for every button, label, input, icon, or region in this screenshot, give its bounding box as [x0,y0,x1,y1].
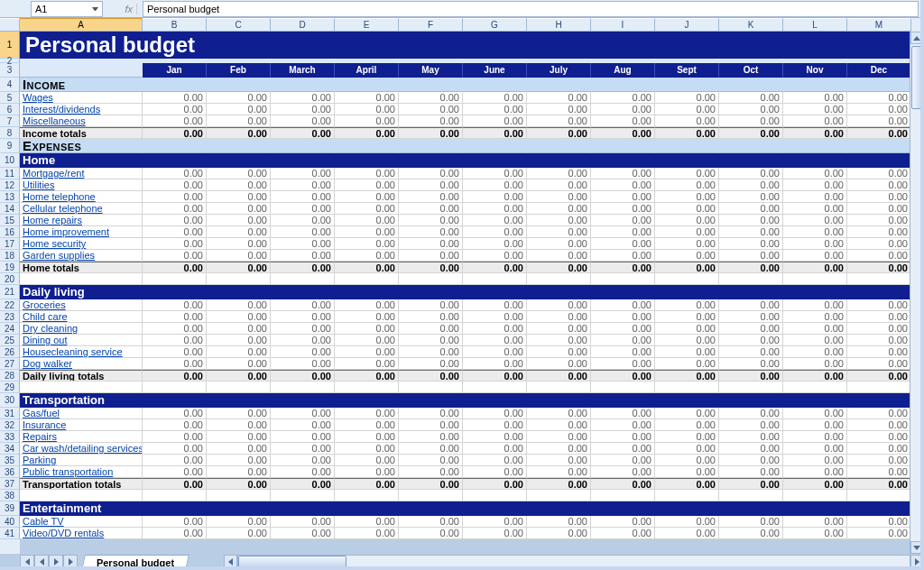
value-cell[interactable]: 0.00 [335,528,399,539]
value-cell[interactable]: 0.00 [271,431,335,443]
value-cell[interactable]: 0.00 [399,455,463,466]
value-cell[interactable]: 0.00 [655,215,719,226]
value-cell[interactable]: 0.00 [655,238,719,250]
cell[interactable] [655,393,719,408]
value-cell[interactable]: 0.00 [463,215,527,226]
totals-value[interactable]: 0.00 [271,127,335,139]
section-heading[interactable]: Transportation [20,393,143,408]
cell[interactable] [207,78,271,92]
value-cell[interactable]: 0.00 [591,104,655,115]
value-cell[interactable]: 0.00 [143,179,207,191]
value-cell[interactable]: 0.00 [207,191,271,203]
month-header[interactable]: May [399,63,463,78]
row-header[interactable]: 26 [0,346,20,358]
value-cell[interactable]: 0.00 [591,419,655,431]
totals-value[interactable]: 0.00 [399,478,463,490]
value-cell[interactable]: 0.00 [847,346,910,358]
value-cell[interactable]: 0.00 [847,215,910,226]
cell[interactable] [335,382,399,393]
row-label[interactable]: Public transportation [20,466,143,478]
cell[interactable] [399,273,463,285]
cell[interactable] [207,153,271,168]
value-cell[interactable]: 0.00 [591,311,655,323]
value-cell[interactable]: 0.00 [143,528,207,539]
value-cell[interactable]: 0.00 [655,115,719,127]
cell[interactable] [719,285,783,299]
cell[interactable] [847,285,910,299]
value-cell[interactable]: 0.00 [399,528,463,539]
cell[interactable] [399,139,463,153]
cell[interactable] [463,32,527,59]
cell[interactable] [847,139,910,153]
row-header[interactable]: 28 [0,370,20,382]
totals-value[interactable]: 0.00 [207,370,271,382]
value-cell[interactable]: 0.00 [591,203,655,215]
value-cell[interactable]: 0.00 [591,226,655,238]
value-cell[interactable]: 0.00 [207,516,271,528]
row-header[interactable]: 20 [0,273,20,285]
value-cell[interactable]: 0.00 [335,104,399,115]
value-cell[interactable]: 0.00 [655,346,719,358]
value-cell[interactable]: 0.00 [463,92,527,104]
value-cell[interactable]: 0.00 [399,92,463,104]
value-cell[interactable]: 0.00 [655,466,719,478]
value-cell[interactable]: 0.00 [591,346,655,358]
value-cell[interactable]: 0.00 [783,455,847,466]
cell[interactable] [527,382,591,393]
cell[interactable] [399,501,463,516]
cell[interactable] [719,139,783,153]
totals-label[interactable]: Income totals [20,127,143,139]
value-cell[interactable]: 0.00 [271,250,335,262]
value-cell[interactable]: 0.00 [335,466,399,478]
value-cell[interactable]: 0.00 [143,516,207,528]
value-cell[interactable]: 0.00 [207,250,271,262]
row-header[interactable]: 23 [0,311,20,323]
value-cell[interactable]: 0.00 [463,168,527,179]
cell[interactable] [527,139,591,153]
value-cell[interactable]: 0.00 [143,191,207,203]
value-cell[interactable]: 0.00 [655,104,719,115]
value-cell[interactable]: 0.00 [207,455,271,466]
row-label[interactable]: Home repairs [20,215,143,226]
value-cell[interactable]: 0.00 [143,335,207,346]
row-header[interactable]: 4 [0,78,20,92]
value-cell[interactable]: 0.00 [591,168,655,179]
column-header[interactable]: J [655,18,719,32]
totals-value[interactable]: 0.00 [655,478,719,490]
totals-value[interactable]: 0.00 [783,262,847,273]
value-cell[interactable]: 0.00 [463,516,527,528]
value-cell[interactable]: 0.00 [527,238,591,250]
cell[interactable] [20,63,143,78]
value-cell[interactable]: 0.00 [591,92,655,104]
value-cell[interactable]: 0.00 [719,335,783,346]
row-label[interactable]: Dining out [20,335,143,346]
row-label[interactable]: Home security [20,238,143,250]
value-cell[interactable]: 0.00 [271,335,335,346]
value-cell[interactable]: 0.00 [655,299,719,311]
row-header[interactable]: 41 [0,528,20,539]
value-cell[interactable]: 0.00 [399,358,463,370]
value-cell[interactable]: 0.00 [399,323,463,335]
value-cell[interactable]: 0.00 [783,516,847,528]
month-header[interactable]: Sept [655,63,719,78]
totals-value[interactable]: 0.00 [463,370,527,382]
value-cell[interactable]: 0.00 [847,191,910,203]
value-cell[interactable]: 0.00 [143,203,207,215]
value-cell[interactable]: 0.00 [399,238,463,250]
value-cell[interactable]: 0.00 [271,203,335,215]
value-cell[interactable]: 0.00 [655,528,719,539]
row-header[interactable]: 27 [0,358,20,370]
value-cell[interactable]: 0.00 [527,466,591,478]
value-cell[interactable]: 0.00 [143,115,207,127]
totals-value[interactable]: 0.00 [847,370,910,382]
value-cell[interactable]: 0.00 [847,238,910,250]
value-cell[interactable]: 0.00 [655,335,719,346]
month-header[interactable]: Aug [591,63,655,78]
value-cell[interactable]: 0.00 [399,215,463,226]
column-header[interactable]: B [143,18,207,32]
value-cell[interactable]: 0.00 [271,455,335,466]
value-cell[interactable]: 0.00 [335,455,399,466]
value-cell[interactable]: 0.00 [655,443,719,455]
cell[interactable] [463,501,527,516]
cell[interactable] [271,32,335,59]
